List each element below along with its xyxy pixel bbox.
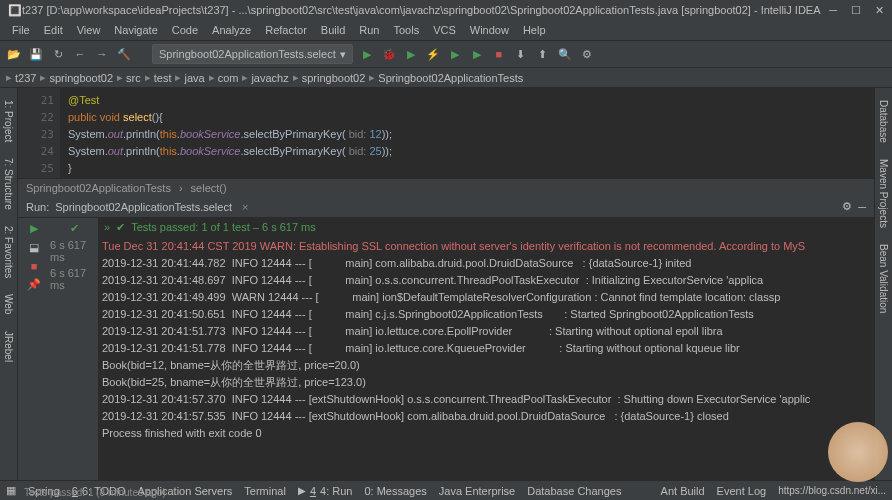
mascot-icon: [828, 422, 888, 482]
run-header: Run: Springboot02ApplicationTests.select…: [18, 196, 874, 218]
menu-build[interactable]: Build: [315, 22, 351, 38]
build-icon[interactable]: 🔨: [116, 46, 132, 62]
menu-tools[interactable]: Tools: [387, 22, 425, 38]
breadcrumb-item[interactable]: ▸ springboot02: [293, 71, 366, 84]
status-message: Tests passed: 1 (8 minutes ago): [24, 487, 166, 498]
tests-passed-label: Tests passed: 1 of 1 test – 6 s 617 ms: [131, 221, 316, 233]
menu-edit[interactable]: Edit: [38, 22, 69, 38]
sb-run[interactable]: ▶ 44: Run: [298, 485, 353, 497]
menu-run[interactable]: Run: [353, 22, 385, 38]
run-icon[interactable]: ▶: [359, 46, 375, 62]
dropdown-icon: ▾: [340, 48, 346, 61]
code-area[interactable]: @Test public void select(){ System.out.p…: [60, 88, 874, 178]
menu-view[interactable]: View: [71, 22, 107, 38]
run-config-name: Springboot02ApplicationTests.select: [55, 201, 232, 213]
minimize-tool-icon[interactable]: ─: [858, 201, 866, 213]
toolwindow-tab[interactable]: 2: Favorites: [1, 222, 16, 282]
sb-eventlog[interactable]: Event Log: [717, 485, 767, 497]
breadcrumb-item[interactable]: ▸ java: [175, 71, 204, 84]
crumb-class[interactable]: Springboot02ApplicationTests: [26, 182, 171, 194]
structure-breadcrumb: Springboot02ApplicationTests › select(): [18, 178, 874, 196]
sb-blog: https://blog.csdn.net/xi...: [778, 485, 886, 496]
navigation-breadcrumb: ▸ t237▸ springboot02▸ src▸ test▸ java▸ c…: [0, 68, 892, 88]
menu-help[interactable]: Help: [517, 22, 552, 38]
code-editor[interactable]: 2122232425 @Test public void select(){ S…: [18, 88, 874, 178]
back-icon[interactable]: ←: [72, 46, 88, 62]
jrebel-debug-icon[interactable]: ▶: [469, 46, 485, 62]
main-menu: FileEditViewNavigateCodeAnalyzeRefactorB…: [0, 20, 892, 40]
stop2-icon[interactable]: ■: [31, 260, 38, 272]
maximize-button[interactable]: ☐: [851, 4, 861, 17]
run-label: Run:: [26, 201, 49, 213]
breadcrumb-item[interactable]: ▸ javachz: [242, 71, 288, 84]
test-tree-sidebar: ✔ 6 s 617 ms 6 s 617 ms: [50, 218, 98, 480]
menu-file[interactable]: File: [6, 22, 36, 38]
main-toolbar: 📂 💾 ↻ ← → 🔨 Springboot02ApplicationTests…: [0, 40, 892, 68]
run-config-label: Springboot02ApplicationTests.select: [159, 48, 336, 60]
test-pass-icon[interactable]: ✔: [70, 222, 79, 235]
gear-icon[interactable]: ⚙: [842, 200, 852, 213]
menu-vcs[interactable]: VCS: [427, 22, 462, 38]
toggle-icon[interactable]: ⬓: [29, 241, 39, 254]
settings-icon[interactable]: ⚙: [579, 46, 595, 62]
run-toolwindow: Run: Springboot02ApplicationTests.select…: [18, 196, 874, 480]
toolwindow-tab[interactable]: 7: Structure: [1, 154, 16, 214]
toolwindow-tab[interactable]: JRebel: [1, 327, 16, 366]
crumb-method[interactable]: select(): [191, 182, 227, 194]
stop-icon[interactable]: ■: [491, 46, 507, 62]
menu-analyze[interactable]: Analyze: [206, 22, 257, 38]
chevron-icon[interactable]: »: [104, 221, 110, 233]
sb-javaee[interactable]: Java Enterprise: [439, 485, 515, 497]
coverage-icon[interactable]: ▶: [403, 46, 419, 62]
menu-code[interactable]: Code: [166, 22, 204, 38]
menu-navigate[interactable]: Navigate: [108, 22, 163, 38]
sb-antbuild[interactable]: Ant Build: [661, 485, 705, 497]
sb-terminal[interactable]: Terminal: [244, 485, 286, 497]
menu-window[interactable]: Window: [464, 22, 515, 38]
breadcrumb-item[interactable]: ▸ src: [117, 71, 141, 84]
save-icon[interactable]: 💾: [28, 46, 44, 62]
breadcrumb-item[interactable]: ▸ t237: [6, 71, 36, 84]
window-title: t237 [D:\app\workspace\ideaProjects\t237…: [22, 4, 829, 16]
breadcrumb-item[interactable]: ▸ Springboot02ApplicationTests: [369, 71, 523, 84]
debug-icon[interactable]: 🐞: [381, 46, 397, 62]
test-time2: 6 s 617 ms: [50, 267, 98, 291]
toolwindow-tab[interactable]: Bean Validation: [876, 240, 891, 317]
console-output[interactable]: Tue Dec 31 20:41:44 CST 2019 WARN: Estab…: [98, 236, 874, 480]
profile-icon[interactable]: ⚡: [425, 46, 441, 62]
pin-icon[interactable]: 📌: [27, 278, 41, 291]
jrebel-run-icon[interactable]: ▶: [447, 46, 463, 62]
test-time1: 6 s 617 ms: [50, 239, 98, 263]
toolwindow-tab[interactable]: Web: [1, 290, 16, 318]
breadcrumb-item[interactable]: ▸ com: [209, 71, 239, 84]
sb-dbchanges[interactable]: Database Changes: [527, 485, 621, 497]
left-toolwindow-bar: 1: Project7: Structure2: FavoritesWebJRe…: [0, 88, 18, 480]
check-icon: ✔: [116, 221, 125, 234]
line-gutter: 2122232425: [18, 88, 60, 178]
toolwindow-tab[interactable]: 1: Project: [1, 96, 16, 146]
forward-icon[interactable]: →: [94, 46, 110, 62]
right-toolwindow-bar: DatabaseMaven ProjectsBean Validation: [874, 88, 892, 480]
test-status-bar: » ✔ Tests passed: 1 of 1 test – 6 s 617 …: [98, 218, 874, 236]
rerun-icon[interactable]: ▶: [30, 222, 38, 235]
search-icon[interactable]: 🔍: [557, 46, 573, 62]
breadcrumb-item[interactable]: ▸ test: [145, 71, 172, 84]
vcs-update-icon[interactable]: ⬇: [513, 46, 529, 62]
breadcrumb-item[interactable]: ▸ springboot02: [40, 71, 113, 84]
sb-messages[interactable]: 0: Messages: [364, 485, 426, 497]
open-icon[interactable]: 📂: [6, 46, 22, 62]
toolwindow-tab[interactable]: Database: [876, 96, 891, 147]
minimize-button[interactable]: ─: [829, 4, 837, 17]
toolwindow-tab[interactable]: Maven Projects: [876, 155, 891, 232]
vcs-commit-icon[interactable]: ⬆: [535, 46, 551, 62]
status-icon[interactable]: ▦: [6, 484, 16, 497]
run-config-selector[interactable]: Springboot02ApplicationTests.select ▾: [152, 44, 353, 64]
close-button[interactable]: ✕: [875, 4, 884, 17]
sync-icon[interactable]: ↻: [50, 46, 66, 62]
run-actions-sidebar: ▶ ⬓ ■ 📌: [18, 218, 50, 480]
window-titlebar: 🔳 t237 [D:\app\workspace\ideaProjects\t2…: [0, 0, 892, 20]
close-tab-icon[interactable]: ×: [242, 201, 248, 213]
menu-refactor[interactable]: Refactor: [259, 22, 313, 38]
app-icon: 🔳: [8, 4, 22, 17]
